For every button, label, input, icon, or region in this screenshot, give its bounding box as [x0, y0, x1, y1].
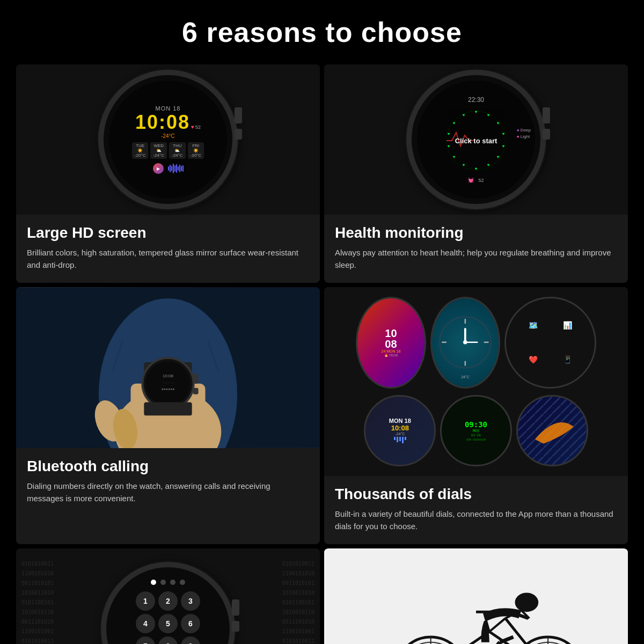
dial-2: 24°C [430, 297, 501, 389]
dial5-stats: 00B 0D8H0G0M [466, 438, 486, 441]
pin-dots-row [151, 580, 185, 585]
card1-image: MON 18 10:08 ♥ 52 -24°C TUE☀️-20°C WED⛅-… [16, 64, 320, 215]
wrist-illustration: 10:08 - - - - - - ●●●●●● [16, 287, 320, 448]
dial1-time: 10 [385, 328, 397, 339]
watch2-stats: 💓 52 [468, 178, 484, 183]
num-9[interactable]: 9 [181, 636, 200, 644]
dials-row-1: 10 08 24 MON 18 🔥 78158 [345, 292, 607, 393]
weather-wed: WED⛅-24°C [150, 142, 167, 159]
dial-1: 10 08 24 MON 18 🔥 78158 [356, 297, 426, 389]
svg-text:♥: ♥ [502, 144, 505, 149]
dial1-steps: 🔥 78158 [384, 353, 398, 357]
num-3[interactable]: 3 [181, 591, 200, 611]
svg-text:♥: ♥ [487, 113, 490, 118]
svg-text:♥: ♥ [475, 109, 478, 114]
dial-5: 09:30 MOS 03-26 00B 0D8H0G0M [440, 395, 512, 467]
dial-3: 🗺️ 📊 ❤️ 📱 [504, 297, 596, 389]
svg-text:♥: ♥ [448, 144, 450, 149]
weather-thu: THU⛅-24°C [169, 142, 186, 159]
weather-tue: TUE☀️-20°C [132, 142, 149, 159]
watch1-temp: -24°C [161, 133, 175, 139]
heart-ring-container: ♥ ♥ ♥ ♥ ♥ ♥ ♥ ♥ ♥ ♥ ♥ ♥ [441, 106, 511, 175]
watch-crown-mid [235, 129, 242, 140]
heart-rate-value: 52 [478, 178, 484, 183]
svg-text:10:08: 10:08 [163, 374, 173, 378]
card2-text: Health monitoring Always pay attention t… [324, 215, 628, 283]
num-2[interactable]: 2 [158, 591, 178, 611]
pattern-svg [518, 397, 587, 465]
svg-text:♥: ♥ [497, 155, 500, 159]
sleep-moon-icon: 🌙 [519, 85, 531, 97]
svg-text:●●●●●●: ●●●●●● [161, 387, 174, 391]
num-7[interactable]: 7 [136, 636, 155, 644]
card4-text: Thousands of dials Built-in a variety of… [324, 476, 628, 544]
card2-title: Health monitoring [335, 224, 617, 241]
sleep-legend: ● Deep ● Light [517, 128, 531, 139]
watch5-screen: 1 2 3 4 5 6 7 8 9 0 ⌫ [112, 573, 224, 644]
sound-wave [168, 164, 184, 173]
card-large-hd-screen: MON 18 10:08 ♥ 52 -24°C TUE☀️-20°C WED⛅-… [16, 64, 320, 283]
card1-text: Large HD screen Brilliant colors, high s… [16, 215, 320, 283]
dial5-date: 03-26 [471, 433, 481, 437]
dial3-icon1: 🗺️ [529, 321, 538, 330]
card4-desc: Built-in a variety of beautiful dials, c… [335, 508, 617, 532]
watch5-crown-top [232, 599, 239, 616]
card6-image: SPECIALIZED [324, 548, 628, 644]
svg-text:♥: ♥ [453, 121, 456, 126]
watch5-crown-mid [232, 621, 239, 632]
watch-crown-top [235, 107, 242, 123]
watch2-time: 22:30 [468, 96, 484, 104]
pin-dot-4 [180, 580, 185, 585]
dial5-label: MOS [473, 429, 480, 433]
dial3-icon4: 📱 [563, 355, 572, 364]
watch1-heart-icon: ♥ [191, 124, 194, 130]
card1-title: Large HD screen [27, 224, 309, 241]
click-start-label: Click to start [455, 137, 497, 145]
watch2-crown-mid [543, 129, 550, 140]
click-to-start[interactable]: Click to start [455, 137, 497, 145]
dial-6 [516, 395, 588, 467]
card4-image: 10 08 24 MON 18 🔥 78158 [324, 287, 628, 476]
watch-display-2: 22:30 ♥ ♥ ♥ ♥ ♥ [406, 70, 546, 209]
features-grid: MON 18 10:08 ♥ 52 -24°C TUE☀️-20°C WED⛅-… [0, 59, 644, 644]
heart-icon-small: 💓 [468, 178, 474, 183]
svg-point-39 [463, 341, 467, 345]
dial4-time: 10:08 [391, 424, 409, 432]
num-1[interactable]: 1 [136, 591, 155, 611]
svg-text:♥: ♥ [497, 121, 500, 126]
svg-text:♥: ♥ [487, 163, 490, 167]
play-icon: ▶ [153, 163, 164, 174]
num-8[interactable]: 8 [158, 636, 178, 644]
card-thousands-dials: 10 08 24 MON 18 🔥 78158 [324, 287, 628, 544]
svg-rect-25 [144, 402, 192, 416]
card3-title: Bluetooth calling [27, 458, 309, 475]
dial3-icon3: ❤️ [529, 355, 538, 364]
dial1-time2: 08 [385, 339, 397, 349]
analog-clock-svg [438, 307, 492, 378]
card-password-lock: 0101010011110010101000110101011010011010… [16, 548, 320, 644]
sleep-deep: ● Deep [517, 128, 531, 133]
dial5-time: 09:30 [465, 420, 487, 429]
sports-illustration: SPECIALIZED [324, 548, 628, 644]
sleep-light: ● Light [517, 134, 531, 139]
num-6[interactable]: 6 [181, 614, 200, 633]
card-bluetooth-calling: 10:08 - - - - - - ●●●●●● Bluetooth calli… [16, 287, 320, 544]
dial-4: MON 18 10:08 -24°C [364, 395, 436, 467]
num-4[interactable]: 4 [136, 614, 155, 633]
pin-dot-1 [151, 580, 156, 585]
svg-rect-26 [193, 374, 199, 384]
pin-dot-3 [170, 580, 175, 585]
card3-desc: Dialing numbers directly on the watch, a… [27, 480, 309, 504]
svg-text:♥: ♥ [463, 113, 465, 118]
watch1-time: 10:08 [135, 113, 190, 132]
dial1-date: 24 MON 18 [381, 349, 400, 353]
watch1-steps: 52 [195, 125, 201, 130]
card4-title: Thousands of dials [335, 486, 617, 503]
svg-text:♥: ♥ [502, 131, 505, 136]
num-5[interactable]: 5 [158, 614, 178, 633]
svg-rect-42 [324, 549, 628, 644]
svg-text:- - - - - -: - - - - - - [163, 381, 173, 384]
card2-desc: Always pay attention to heart health; he… [335, 247, 617, 271]
watch-display-1: MON 18 10:08 ♥ 52 -24°C TUE☀️-20°C WED⛅-… [98, 70, 238, 209]
watch-screen-2: 22:30 ♥ ♥ ♥ ♥ ♥ [417, 80, 535, 199]
